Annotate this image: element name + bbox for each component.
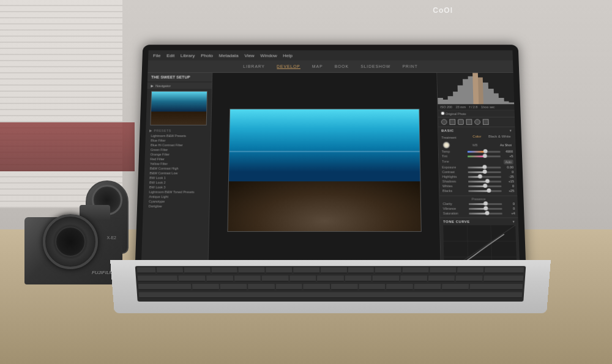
lr-preset-item-1[interactable]: Lightroom B&W Presets <box>149 133 207 138</box>
key[interactable] <box>321 267 347 273</box>
key[interactable] <box>262 275 288 281</box>
key[interactable] <box>403 267 429 273</box>
lr-saturation-slider[interactable] <box>469 212 502 214</box>
lr-preset-item-6[interactable]: Red Filter <box>148 157 206 162</box>
key[interactable] <box>469 284 523 290</box>
lr-adjustment-tool[interactable] <box>483 119 489 125</box>
key[interactable] <box>211 267 237 273</box>
nav-develop[interactable]: DEVELOP <box>277 64 300 69</box>
key[interactable] <box>266 267 292 273</box>
hist-bar <box>438 98 443 104</box>
key[interactable] <box>239 267 265 273</box>
key[interactable] <box>139 292 523 299</box>
nav-library[interactable]: LIBRARY <box>243 64 265 68</box>
key[interactable] <box>457 267 483 273</box>
lr-vibrance-slider[interactable] <box>469 207 502 209</box>
lr-graduated-tool[interactable] <box>466 119 472 125</box>
key[interactable] <box>428 275 455 281</box>
key[interactable] <box>234 275 261 281</box>
lr-navigator-label[interactable]: ▶ Navigator <box>147 83 212 89</box>
lr-radial-tool[interactable] <box>474 119 480 125</box>
key[interactable] <box>375 267 401 273</box>
nav-slideshow[interactable]: SLIDESHOW <box>360 64 390 68</box>
key[interactable] <box>331 284 357 290</box>
histogram-bars <box>437 73 514 104</box>
lr-preset-item-4[interactable]: Green Filter <box>149 147 207 152</box>
lr-redeye-tool[interactable] <box>458 119 464 125</box>
menu-file[interactable]: File <box>153 53 161 58</box>
lr-contrast-slider[interactable] <box>468 171 501 173</box>
menu-metadata[interactable]: Metadata <box>219 53 239 58</box>
lr-preset-item-12[interactable]: BW Look 3 <box>147 185 206 190</box>
lr-whites-slider[interactable] <box>468 185 501 187</box>
lr-preset-item-9[interactable]: B&W Contrast Low <box>148 171 206 176</box>
key[interactable] <box>483 275 524 281</box>
key[interactable] <box>359 284 385 290</box>
lr-shadows-slider[interactable] <box>468 180 501 182</box>
lr-tab-bw[interactable]: Black & White <box>487 134 512 139</box>
lr-preset-item-10[interactable]: BW Look 1 <box>147 176 206 180</box>
key[interactable] <box>304 284 330 290</box>
key[interactable] <box>348 267 375 273</box>
hist-bar <box>499 98 504 104</box>
key[interactable] <box>179 275 206 281</box>
lr-blacks-slider[interactable] <box>468 190 501 191</box>
key[interactable] <box>414 284 441 290</box>
key[interactable] <box>293 267 319 273</box>
nav-print[interactable]: PRINT <box>402 64 417 68</box>
lr-whites-value: 0 <box>503 184 514 188</box>
key[interactable] <box>373 275 399 281</box>
key[interactable] <box>345 275 371 281</box>
lr-preset-item-15[interactable]: Cyanotype <box>147 199 206 204</box>
menu-edit[interactable]: Edit <box>166 53 174 58</box>
key[interactable] <box>206 275 233 281</box>
lr-crop-tool[interactable] <box>441 119 447 125</box>
lr-basic-collapse[interactable]: ▼ <box>509 129 512 133</box>
key[interactable] <box>317 275 343 281</box>
lr-preset-item-14[interactable]: Antique Light <box>147 195 206 199</box>
key[interactable] <box>157 267 183 273</box>
key[interactable] <box>138 275 178 281</box>
menu-window[interactable]: Window <box>260 53 277 58</box>
lr-preset-item-3[interactable]: Blue Hi Contrast Filter <box>149 143 207 147</box>
lr-tone-curve-collapse[interactable]: ▼ <box>512 220 515 223</box>
lr-preset-item-7[interactable]: Yellow Filter <box>148 162 206 166</box>
key[interactable] <box>456 275 483 281</box>
key[interactable] <box>430 267 456 273</box>
key[interactable] <box>137 267 156 273</box>
key[interactable] <box>485 267 524 273</box>
lr-highlights-slider[interactable] <box>468 176 501 177</box>
key[interactable] <box>192 284 219 290</box>
key[interactable] <box>289 275 316 281</box>
lr-preset-item-2[interactable]: Blue Filter <box>149 138 207 143</box>
key[interactable] <box>248 284 275 290</box>
key[interactable] <box>138 284 192 290</box>
nav-book[interactable]: BOOK <box>335 64 349 68</box>
key[interactable] <box>275 284 302 290</box>
key[interactable] <box>184 267 210 273</box>
menu-help[interactable]: Help <box>283 53 293 58</box>
lr-exposure-slider[interactable] <box>468 166 501 168</box>
lr-preset-item-8[interactable]: B&W Contrast High <box>148 166 206 171</box>
lr-preset-item-11[interactable]: BW Look 2 <box>147 180 206 185</box>
key[interactable] <box>386 284 413 290</box>
lr-preset-item-5[interactable]: Orange Filter <box>149 152 207 157</box>
menu-view[interactable]: View <box>244 53 255 58</box>
nav-map[interactable]: MAP <box>312 64 323 68</box>
lr-preset-item-13[interactable]: Lightroom B&W Toned Presets <box>147 190 206 195</box>
menu-photo[interactable]: Photo <box>201 53 213 58</box>
lr-tint-slider[interactable] <box>468 155 501 157</box>
lr-tab-color[interactable]: Color <box>471 134 483 139</box>
lr-exposure-label: Exposure <box>442 166 466 169</box>
lr-preset-item-16[interactable]: Dortglow <box>147 204 206 209</box>
lr-original-photo-checkbox[interactable] <box>441 111 444 115</box>
key[interactable] <box>220 284 247 290</box>
menu-library[interactable]: Library <box>181 53 195 58</box>
lr-basic-header: Basic ▼ <box>441 129 512 133</box>
lr-temp-slider[interactable] <box>468 150 501 152</box>
key[interactable] <box>400 275 427 281</box>
key[interactable] <box>442 284 469 290</box>
lr-auto-button[interactable]: Auto <box>504 160 513 165</box>
lr-spot-tool[interactable] <box>449 119 455 125</box>
lr-clarity-slider[interactable] <box>469 203 502 205</box>
